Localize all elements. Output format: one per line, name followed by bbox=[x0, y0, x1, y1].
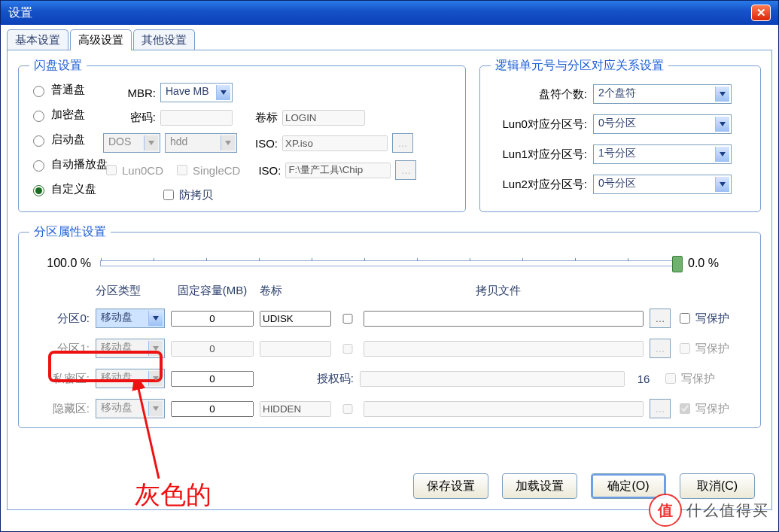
annotation-text: 灰色的 bbox=[135, 478, 211, 512]
tabs: 基本设置 高级设置 其他设置 bbox=[7, 29, 772, 50]
hdd-select: hdd bbox=[165, 133, 237, 153]
radio-custom[interactable]: 自定义盘 bbox=[29, 182, 108, 196]
p1-vol-input bbox=[260, 341, 331, 357]
partition1-row: 分区1: 移动盘 … 写保护 bbox=[29, 339, 750, 358]
partition-slider[interactable] bbox=[100, 260, 679, 266]
legend-lun: 逻辑单元号与分区对应关系设置 bbox=[491, 58, 668, 74]
lun1-label: Lun1对应分区号: bbox=[491, 147, 587, 162]
tab-panel: 闪盘设置 普通盘 加密盘 启动盘 自动播放盘 自定义盘 MBR: bbox=[7, 50, 772, 510]
radio-normal[interactable]: 普通盘 bbox=[29, 83, 108, 97]
p0-type-select[interactable]: 移动盘 bbox=[96, 309, 165, 328]
lun2-label: Lun2对应分区号: bbox=[491, 178, 587, 192]
fieldset-partitions: 分区属性设置 100.0 % 0.0 % 分区类型 固定容量(MB) 卷标 拷贝… bbox=[18, 224, 761, 428]
partition0-row: 分区0: 移动盘 … 写保护 bbox=[29, 309, 750, 328]
disk-mode-radios: 普通盘 加密盘 启动盘 自动播放盘 自定义盘 bbox=[29, 83, 108, 202]
p0-label: 分区0: bbox=[29, 312, 90, 326]
head-vol: 卷标 bbox=[260, 284, 331, 298]
lun0-select[interactable]: 0号分区 bbox=[593, 114, 732, 134]
iso1-label: ISO: bbox=[255, 137, 278, 150]
pv-wp-checkbox: 写保护 bbox=[662, 371, 724, 386]
hd-type-select: 移动盘 bbox=[96, 399, 165, 418]
drive-count-select[interactable]: 2个盘符 bbox=[593, 84, 732, 104]
slider-left-label: 100.0 % bbox=[32, 257, 91, 270]
mbr-select[interactable]: Have MB bbox=[160, 83, 233, 102]
tab-other[interactable]: 其他设置 bbox=[133, 29, 195, 50]
head-file: 拷贝文件 bbox=[358, 284, 638, 298]
tab-advanced[interactable]: 高级设置 bbox=[70, 29, 132, 50]
tab-basic[interactable]: 基本设置 bbox=[7, 29, 68, 50]
iso1-input bbox=[282, 135, 388, 151]
slider-handle[interactable] bbox=[672, 256, 683, 272]
lun0-label: Lun0对应分区号: bbox=[491, 117, 587, 132]
iso1-browse-button: … bbox=[392, 133, 413, 153]
singlecd-checkbox: SingleCD bbox=[174, 163, 240, 178]
pv-type-select: 移动盘 bbox=[96, 369, 165, 388]
titlebar: 设置 ✕ bbox=[1, 1, 778, 25]
vol-label: 卷标 bbox=[255, 111, 278, 125]
pv-cap-input[interactable] bbox=[171, 371, 254, 387]
auth-input bbox=[360, 371, 625, 387]
p0-wp-checkbox[interactable]: 写保护 bbox=[677, 311, 738, 326]
p0-cap-input[interactable] bbox=[171, 311, 254, 327]
mbr-label: MBR: bbox=[114, 87, 156, 99]
partition-slider-row: 100.0 % 0.0 % bbox=[29, 246, 750, 273]
auth-label: 授权码: bbox=[260, 372, 354, 386]
legend-flash: 闪盘设置 bbox=[29, 58, 87, 74]
p1-type-select: 移动盘 bbox=[96, 339, 165, 358]
auth-limit: 16 bbox=[631, 372, 656, 385]
slider-right-label: 0.0 % bbox=[688, 257, 747, 270]
p1-wp-checkbox: 写保护 bbox=[677, 341, 738, 356]
p0-browse-button[interactable]: … bbox=[650, 309, 671, 328]
settings-window: 设置 ✕ 基本设置 高级设置 其他设置 闪盘设置 普通盘 加密盘 启动盘 自动 bbox=[0, 0, 779, 532]
window-title: 设置 bbox=[8, 1, 32, 25]
p1-copy-checkbox bbox=[340, 344, 355, 354]
p0-copy-checkbox[interactable] bbox=[340, 314, 355, 324]
vol-input bbox=[282, 110, 365, 126]
load-button[interactable]: 加载设置 bbox=[502, 473, 577, 499]
hd-browse-button: … bbox=[650, 399, 671, 418]
radio-boot[interactable]: 启动盘 bbox=[29, 132, 108, 147]
hd-label: 隐藏区: bbox=[29, 402, 90, 416]
iso2-input bbox=[285, 163, 391, 178]
radio-encrypt[interactable]: 加密盘 bbox=[29, 108, 108, 122]
p0-vol-input[interactable] bbox=[260, 311, 331, 327]
private-row: 私密区: 移动盘 授权码: 16 写保护 bbox=[29, 369, 750, 388]
hd-cap-input[interactable] bbox=[171, 401, 254, 417]
watermark: 值 什么值得买 bbox=[649, 494, 769, 527]
hd-file-input bbox=[364, 401, 644, 417]
close-button[interactable]: ✕ bbox=[751, 5, 771, 21]
drive-count-label: 盘符个数: bbox=[491, 87, 587, 102]
hidden-row: 隐藏区: 移动盘 … 写保护 bbox=[29, 399, 750, 418]
legend-partitions: 分区属性设置 bbox=[29, 224, 111, 240]
iso2-label: ISO: bbox=[258, 164, 281, 177]
hd-vol-input bbox=[260, 401, 331, 417]
pv-label: 私密区: bbox=[29, 372, 90, 386]
dos-select: DOS bbox=[103, 133, 160, 153]
p1-file-input bbox=[364, 341, 644, 357]
fieldset-flash: 闪盘设置 普通盘 加密盘 启动盘 自动播放盘 自定义盘 MBR: bbox=[18, 58, 466, 212]
lun2-select[interactable]: 0号分区 bbox=[593, 175, 732, 194]
head-type: 分区类型 bbox=[96, 284, 165, 298]
lun1-select[interactable]: 1号分区 bbox=[593, 144, 732, 164]
hd-wp-checkbox: 写保护 bbox=[677, 401, 738, 416]
watermark-icon: 值 bbox=[649, 494, 682, 527]
partition-header-row: 分区类型 固定容量(MB) 卷标 拷贝文件 bbox=[29, 284, 750, 298]
p1-label: 分区1: bbox=[29, 342, 90, 356]
watermark-text: 什么值得买 bbox=[686, 500, 769, 521]
radio-autoplay[interactable]: 自动播放盘 bbox=[29, 157, 108, 172]
hd-copy-checkbox bbox=[340, 404, 355, 414]
p1-cap-input bbox=[171, 341, 254, 357]
fieldset-lun: 逻辑单元号与分区对应关系设置 盘符个数: 2个盘符 Lun0对应分区号: 0号分… bbox=[479, 58, 761, 212]
body: 基本设置 高级设置 其他设置 闪盘设置 普通盘 加密盘 启动盘 自动播放盘 自定… bbox=[1, 25, 778, 510]
iso2-browse-button: … bbox=[395, 160, 416, 180]
head-cap: 固定容量(MB) bbox=[171, 284, 254, 298]
pwd-input bbox=[160, 110, 233, 126]
pwd-label: 密码: bbox=[114, 111, 156, 125]
anticopy-checkbox[interactable]: 防拷贝 bbox=[160, 187, 213, 202]
p0-file-input[interactable] bbox=[364, 311, 644, 327]
p1-browse-button: … bbox=[650, 339, 671, 358]
save-button[interactable]: 保存设置 bbox=[413, 473, 488, 499]
lun0cd-checkbox: Lun0CD bbox=[103, 163, 163, 178]
